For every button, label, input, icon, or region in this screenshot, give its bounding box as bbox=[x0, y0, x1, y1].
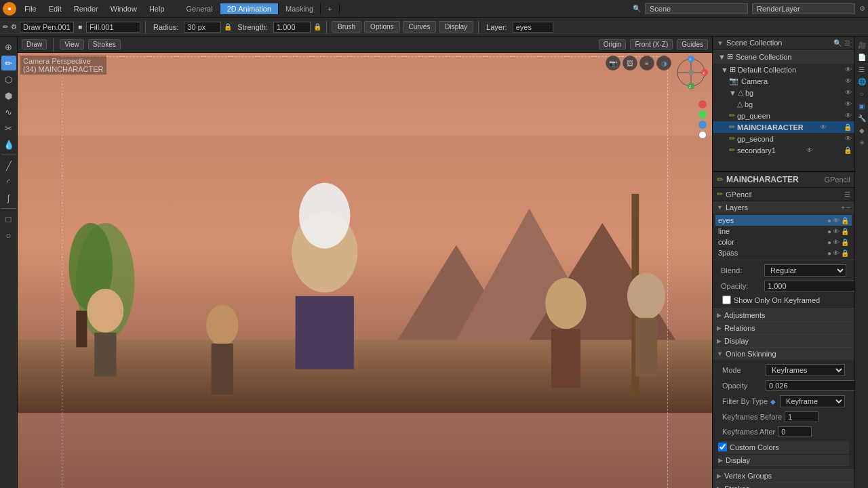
draw-tool[interactable]: ✏ bbox=[1, 56, 16, 70]
onion-header[interactable]: ▼ Onion Skinning bbox=[713, 348, 854, 360]
overlay-btn[interactable]: ≡ bbox=[639, 56, 654, 70]
kf-before-input[interactable] bbox=[785, 411, 818, 422]
renderlayer-selector[interactable] bbox=[752, 3, 855, 14]
cursor-tool[interactable]: ⊕ bbox=[1, 39, 16, 54]
blend-select[interactable]: Regular bbox=[764, 264, 846, 277]
bg-child-item[interactable]: △ bg 👁 bbox=[713, 98, 854, 110]
workspace-add[interactable]: + bbox=[321, 3, 339, 14]
options-button[interactable]: Options bbox=[364, 21, 399, 33]
radius-lock-icon[interactable]: 🔒 bbox=[224, 23, 232, 30]
vertex-groups-header[interactable]: ▶ Vertex Groups bbox=[713, 470, 854, 482]
scene-selector[interactable] bbox=[645, 3, 748, 14]
curves-button[interactable]: Curves bbox=[403, 21, 437, 33]
color-green[interactable] bbox=[698, 110, 707, 119]
menu-render[interactable]: Render bbox=[70, 3, 102, 14]
outliner-filter-icon[interactable]: ☰ bbox=[844, 39, 850, 47]
camera-eye[interactable]: 👁 bbox=[845, 77, 852, 85]
display-header[interactable]: ▶ Display bbox=[713, 335, 854, 347]
menu-edit[interactable]: Edit bbox=[45, 3, 66, 14]
gp-second-eye[interactable]: 👁 bbox=[845, 135, 852, 142]
maincharacter-restrict[interactable]: 🔒 bbox=[844, 123, 852, 131]
layer-color-lock[interactable]: 🔒 bbox=[841, 239, 849, 246]
line-tool[interactable]: ╱ bbox=[1, 158, 16, 173]
color-white[interactable] bbox=[698, 131, 707, 139]
kf-after-input[interactable] bbox=[778, 426, 812, 437]
maincharacter-item[interactable]: ✏ MAINCHARACTER 👁 🔒 bbox=[713, 121, 854, 133]
opacity-input[interactable] bbox=[764, 281, 854, 291]
box-tool[interactable]: □ bbox=[1, 211, 16, 226]
arc-tool[interactable]: ◜ bbox=[1, 174, 16, 189]
filter-type-select[interactable]: Keyframe bbox=[780, 395, 845, 407]
props-object-icon[interactable]: ▣ bbox=[856, 100, 867, 111]
workspace-general[interactable]: General bbox=[180, 3, 220, 14]
props-view-layer-icon[interactable]: ☰ bbox=[856, 64, 867, 75]
draw-mode-button[interactable]: Draw bbox=[22, 39, 47, 49]
adjustments-header[interactable]: ▶ Adjustments bbox=[713, 309, 854, 321]
layer-3pass-eye[interactable]: 👁 bbox=[833, 249, 840, 257]
bg-group-item[interactable]: ▼ △ bg 👁 bbox=[713, 87, 854, 98]
strength-lock-icon[interactable]: 🔒 bbox=[313, 23, 321, 30]
props-output-icon[interactable]: 📄 bbox=[856, 52, 867, 62]
props-world-icon[interactable]: ○ bbox=[856, 88, 867, 99]
fill-input[interactable] bbox=[86, 22, 140, 33]
menu-help[interactable]: Help bbox=[145, 3, 169, 14]
circle-tool[interactable]: ○ bbox=[1, 228, 16, 243]
relations-header[interactable]: ▶ Relations bbox=[713, 322, 854, 334]
color-blue[interactable] bbox=[698, 121, 707, 129]
guides-button[interactable]: Guides bbox=[677, 39, 708, 49]
layers-header[interactable]: ▼ Layers + − bbox=[713, 201, 854, 214]
default-collection-item[interactable]: ▼ ⊞ Default Collection 👁 bbox=[713, 64, 854, 75]
front-view-button[interactable]: Front (X-Z) bbox=[630, 39, 673, 49]
layers-remove-icon[interactable]: − bbox=[846, 204, 850, 211]
layers-add-icon[interactable]: + bbox=[841, 204, 845, 211]
menu-file[interactable]: File bbox=[20, 3, 41, 14]
bg-child-eye[interactable]: 👁 bbox=[845, 100, 852, 108]
strength-input[interactable] bbox=[273, 22, 311, 33]
menu-window[interactable]: Window bbox=[106, 3, 141, 14]
layer-3pass-lock[interactable]: 🔒 bbox=[841, 249, 849, 257]
fill-tool[interactable]: ⬢ bbox=[1, 88, 16, 103]
display-button[interactable]: Display bbox=[439, 21, 473, 33]
workspace-2d-animation[interactable]: 2D Animation bbox=[220, 3, 279, 14]
bg-group-eye[interactable]: 👁 bbox=[845, 89, 852, 96]
layer-line[interactable]: line ● 👁 🔒 bbox=[715, 226, 852, 237]
brush-button[interactable]: Brush bbox=[332, 21, 361, 33]
shading-btn[interactable]: ◑ bbox=[656, 56, 671, 70]
strokes-header[interactable]: ▶ Strokes bbox=[713, 483, 854, 488]
props-scene-icon[interactable]: 🌐 bbox=[856, 76, 867, 87]
eyedropper-tool[interactable]: 💧 bbox=[1, 137, 16, 152]
camera-view-btn[interactable]: 📷 bbox=[606, 56, 620, 70]
layer-color-eye[interactable]: 👁 bbox=[833, 239, 840, 246]
erase-tool[interactable]: ⬡ bbox=[1, 72, 16, 87]
workspace-masking[interactable]: Masking bbox=[279, 3, 321, 14]
scene-collection-item[interactable]: ▼ ⊞ Scene Collection bbox=[715, 51, 852, 62]
custom-colors-header[interactable]: Custom Colors bbox=[718, 441, 849, 453]
maincharacter-eye[interactable]: 👁 bbox=[820, 123, 827, 131]
props-render-icon[interactable]: 🎥 bbox=[856, 39, 867, 50]
curve-tool[interactable]: ∫ bbox=[1, 190, 16, 205]
layer-3pass[interactable]: 3pass ● 👁 🔒 bbox=[715, 247, 852, 258]
secondary1-eye[interactable]: 👁 bbox=[806, 146, 813, 154]
strokes-button[interactable]: Strokes bbox=[88, 39, 121, 49]
layer-line-lock[interactable]: 🔒 bbox=[841, 228, 849, 235]
gp-queen-item[interactable]: ✏ gp_queen 👁 bbox=[713, 110, 854, 121]
display2-header[interactable]: ▶ Display bbox=[718, 455, 849, 466]
viewport-canvas[interactable]: Camera Perspective (34) MAINCHARACTER 📷 … bbox=[18, 53, 712, 488]
props-particles-icon[interactable]: ✳ bbox=[856, 137, 867, 148]
layer-eyes-eye[interactable]: 👁 bbox=[833, 217, 840, 224]
camera-item[interactable]: 📷 Camera 👁 bbox=[713, 75, 854, 87]
render-view-btn[interactable]: 🖼 bbox=[623, 56, 637, 70]
gpencil-browse-icon[interactable]: ☰ bbox=[844, 190, 850, 198]
props-shader-icon[interactable]: ◆ bbox=[856, 125, 867, 136]
layer-input[interactable] bbox=[513, 22, 553, 33]
default-coll-eye[interactable]: 👁 bbox=[845, 66, 852, 73]
layer-eyes[interactable]: eyes ● 👁 🔒 bbox=[715, 215, 852, 226]
view-button[interactable]: View bbox=[60, 39, 84, 49]
gp-second-item[interactable]: ✏ gp_second 👁 bbox=[713, 133, 854, 144]
layer-color[interactable]: color ● 👁 🔒 bbox=[715, 237, 852, 247]
radius-input[interactable] bbox=[184, 22, 221, 33]
gp-queen-eye[interactable]: 👁 bbox=[845, 112, 852, 119]
outliner-search-icon[interactable]: 🔍 bbox=[833, 39, 842, 47]
color-red[interactable] bbox=[698, 100, 707, 108]
draw-pen-input[interactable] bbox=[20, 22, 74, 33]
